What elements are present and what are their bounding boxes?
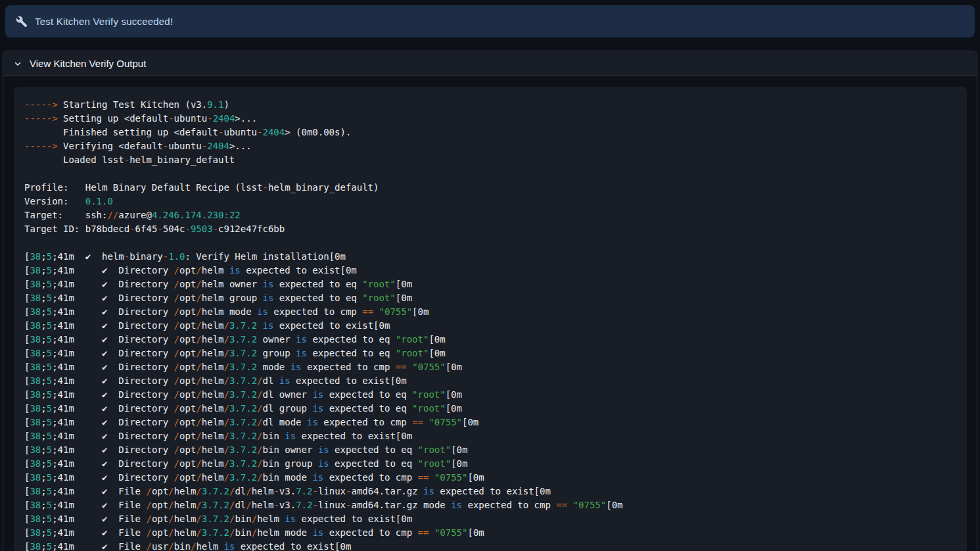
- terminal-line: Target: ssh://azure@4.246.174.230:22: [24, 208, 956, 222]
- terminal-line: Target ID: b78bdecd-6f45-504c-9503-c912e…: [24, 222, 956, 236]
- terminal-line: [38;5;41m ✔ Directory /opt/helm/3.7.2 ow…: [24, 333, 956, 347]
- terminal-line: [24, 167, 956, 181]
- terminal-line: [38;5;41m ✔ helm-binary-1.0: Verify Helm…: [24, 250, 956, 264]
- wrench-icon: [16, 16, 28, 28]
- terminal-line: [38;5;41m ✔ Directory /opt/helm owner is…: [24, 277, 956, 291]
- terminal-line: [38;5;41m ✔ Directory /opt/helm is expec…: [24, 264, 956, 277]
- code-block: -----> Starting Test Kitchen (v3.9.1)---…: [14, 87, 967, 551]
- terminal-line: [38;5;41m ✔ File /opt/helm/3.7.2/dl/helm…: [24, 485, 956, 498]
- expander-header[interactable]: View Kitchen Verify Output: [3, 51, 977, 76]
- expander-label: View Kitchen Verify Output: [30, 58, 146, 69]
- terminal-line: [38;5;41m ✔ Directory /opt/helm group is…: [24, 291, 956, 305]
- terminal-line: [38;5;41m ✔ File /opt/helm/3.7.2/bin/hel…: [24, 526, 956, 540]
- terminal-line: [38;5;41m ✔ Directory /opt/helm/3.7.2/bi…: [24, 471, 956, 485]
- terminal-line: [24, 236, 956, 250]
- terminal-line: -----> Starting Test Kitchen (v3.9.1): [24, 98, 956, 112]
- terminal-line: Profile: Helm Binary Default Recipe (lss…: [24, 181, 956, 195]
- terminal-line: [38;5;41m ✔ Directory /opt/helm/3.7.2/dl…: [24, 402, 956, 416]
- terminal-line: [38;5;41m ✔ Directory /opt/helm mode is …: [24, 305, 956, 319]
- terminal-line: [38;5;41m ✔ Directory /opt/helm/3.7.2 gr…: [24, 347, 956, 360]
- terminal-line: [38;5;41m ✔ Directory /opt/helm/3.7.2/dl…: [24, 374, 956, 388]
- terminal-line: [38;5;41m ✔ Directory /opt/helm/3.7.2 is…: [24, 319, 956, 333]
- terminal-line: [38;5;41m ✔ Directory /opt/helm/3.7.2/bi…: [24, 457, 956, 471]
- terminal-line: [38;5;41m ✔ Directory /opt/helm/3.7.2/dl…: [24, 388, 956, 402]
- terminal-line: [38;5;41m ✔ Directory /opt/helm/3.7.2 mo…: [24, 360, 956, 374]
- terminal-line: -----> Setting up <default-ubuntu-2404>.…: [24, 112, 956, 126]
- terminal-line: Loaded lsst-helm_binary_default: [24, 153, 956, 167]
- kitchen-verify-output-card: View Kitchen Verify Output -----> Starti…: [3, 51, 977, 551]
- terminal-line: Version: 0.1.0: [24, 195, 956, 208]
- terminal-line: [38;5;41m ✔ File /opt/helm/3.7.2/dl/helm…: [24, 498, 956, 512]
- terminal-output: -----> Starting Test Kitchen (v3.9.1)---…: [14, 87, 967, 551]
- terminal-line: [38;5;41m ✔ File /opt/helm/3.7.2/bin/hel…: [24, 512, 956, 526]
- terminal-line: -----> Verifying <default-ubuntu-2404>..…: [24, 139, 956, 153]
- terminal-line: [38;5;41m ✔ Directory /opt/helm/3.7.2/bi…: [24, 443, 956, 457]
- banner-message: Test Kitchen Verify succeeded!: [35, 16, 173, 27]
- terminal-line: [38;5;41m ✔ Directory /opt/helm/3.7.2/dl…: [24, 416, 956, 429]
- terminal-line: [38;5;41m ✔ Directory /opt/helm/3.7.2/bi…: [24, 429, 956, 443]
- terminal-line: [38;5;41m ✔ File /usr/bin/helm is expect…: [24, 540, 956, 551]
- success-banner: Test Kitchen Verify succeeded!: [5, 5, 975, 37]
- terminal-line: Finished setting up <default-ubuntu-2404…: [24, 126, 956, 139]
- chevron-down-icon[interactable]: [13, 59, 22, 68]
